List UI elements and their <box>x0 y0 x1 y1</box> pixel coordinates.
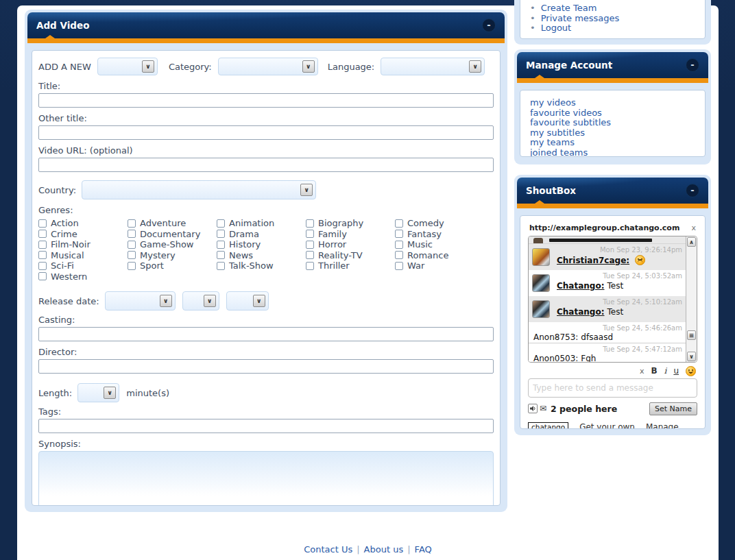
genre-checkbox[interactable] <box>395 262 403 270</box>
genre-checkbox[interactable] <box>395 230 403 238</box>
bold-button[interactable]: B <box>651 367 657 375</box>
genre-checkbox[interactable] <box>38 251 47 259</box>
manage-account-panel: Manage Account - my videosfavourite vide… <box>514 49 711 165</box>
footer-separator: | <box>352 544 363 555</box>
user-menu-link[interactable]: Create Team <box>541 3 597 13</box>
chat-brand-row: chatango Get your own Manage <box>528 421 697 429</box>
message-username[interactable]: Anon0503: <box>533 354 578 362</box>
title-input[interactable] <box>38 93 494 108</box>
length-select[interactable]: ∨ <box>77 383 119 402</box>
country-select[interactable]: ∨ <box>82 180 316 199</box>
casting-input[interactable] <box>38 327 494 341</box>
director-input[interactable] <box>38 359 494 374</box>
genre-checkbox[interactable] <box>395 241 403 249</box>
genre-option: Biography <box>306 218 395 229</box>
synopsis-textarea[interactable] <box>38 451 494 506</box>
genre-checkbox[interactable] <box>217 262 225 270</box>
scroll-down-button[interactable]: ∨ <box>687 352 696 361</box>
genre-checkbox[interactable] <box>306 230 314 238</box>
genre-option: Horror <box>306 239 395 250</box>
genre-checkbox[interactable] <box>128 262 136 270</box>
message-username[interactable]: Anon8753: <box>533 332 578 342</box>
manage-account-link[interactable]: my subtitles <box>530 128 695 138</box>
message-username[interactable]: Chatango: <box>557 307 604 317</box>
release-day-select[interactable]: ∨ <box>226 291 269 311</box>
chat-group-url: http://examplegroup.chatango.com <box>529 223 679 232</box>
underline-button[interactable]: u <box>673 367 679 375</box>
clear-format-button[interactable]: x <box>640 367 644 375</box>
manage-link[interactable]: Manage <box>646 422 679 429</box>
release-month-select[interactable]: ∨ <box>182 291 219 311</box>
message-username[interactable]: Christian7cage: <box>557 256 629 265</box>
get-your-own-link[interactable]: Get your own <box>579 422 635 429</box>
genre-checkbox[interactable] <box>38 230 47 238</box>
genre-checkbox[interactable] <box>395 251 403 259</box>
category-select[interactable]: ∨ <box>218 58 318 75</box>
chat-message-row: Tue Sep 24, 5:47:12am Anon0503:Fgh <box>529 343 686 362</box>
genre-checkbox[interactable] <box>128 241 136 249</box>
genre-option: Music <box>395 239 484 250</box>
genre-checkbox[interactable] <box>306 241 314 249</box>
message-line: Anon8753:dfsaasd <box>533 332 682 342</box>
genre-option: Talk-Show <box>217 260 306 271</box>
message-timestamp: Mon Sep 23, 9:26:14pm <box>600 246 682 254</box>
genre-checkbox[interactable] <box>306 251 314 259</box>
genre-checkbox[interactable] <box>38 241 47 249</box>
genre-checkbox[interactable] <box>395 219 403 228</box>
sound-icon[interactable] <box>528 404 538 413</box>
genre-label: Comedy <box>407 218 444 228</box>
genre-checkbox[interactable] <box>38 262 47 270</box>
genre-checkbox[interactable] <box>38 219 47 228</box>
manage-account-link[interactable]: favourite videos <box>530 108 695 119</box>
genre-label: Musical <box>51 250 84 260</box>
type-select[interactable]: ∨ <box>97 58 158 75</box>
genre-checkbox[interactable] <box>128 219 136 228</box>
genre-checkbox[interactable] <box>38 272 47 280</box>
tags-input[interactable] <box>38 419 494 433</box>
genre-checkbox[interactable] <box>217 251 225 259</box>
shoutbox-collapse-button[interactable]: - <box>686 184 699 197</box>
manage-account-link[interactable]: favourite subtitles <box>530 118 695 128</box>
user-menu-link[interactable]: Private messages <box>541 13 620 23</box>
chat-message-input[interactable] <box>528 378 697 398</box>
user-menu-panel: Create TeamPrivate messagesLogout <box>514 0 711 45</box>
genre-checkbox[interactable] <box>217 219 225 228</box>
manage-account-link[interactable]: joined teams <box>530 148 695 157</box>
scroll-thumb[interactable]: ≡ <box>687 330 696 340</box>
faq-link[interactable]: FAQ <box>415 544 432 555</box>
manage-account-link[interactable]: my videos <box>530 98 695 108</box>
about-us-link[interactable]: About us <box>364 544 404 555</box>
italic-button[interactable]: i <box>664 367 667 375</box>
scroll-up-button[interactable]: ∧ <box>687 237 696 247</box>
mail-icon[interactable]: ✉ <box>540 404 546 413</box>
message-username[interactable]: Chatango: <box>557 281 604 291</box>
genre-checkbox[interactable] <box>128 251 136 259</box>
genre-checkbox[interactable] <box>306 219 314 228</box>
genre-label: Reality-TV <box>318 250 363 260</box>
video-url-label: Video URL: (optional) <box>38 145 494 156</box>
genre-label: Fantasy <box>407 229 442 239</box>
smiley-emoji-button[interactable] <box>686 366 696 376</box>
set-name-button[interactable]: Set Name <box>649 402 697 415</box>
genre-checkbox[interactable] <box>217 241 225 249</box>
chatango-logo[interactable]: chatango <box>528 422 568 429</box>
genre-checkbox[interactable] <box>128 230 136 238</box>
release-date-label: Release date: <box>38 296 99 306</box>
chat-close-button[interactable]: x <box>691 223 696 232</box>
other-title-input[interactable] <box>38 125 494 140</box>
genre-label: News <box>229 250 253 260</box>
video-url-input[interactable] <box>38 158 494 172</box>
add-video-collapse-button[interactable]: - <box>482 19 496 32</box>
chat-scrollbar[interactable]: ∧ ≡ ∨ <box>686 236 697 362</box>
manage-account-link[interactable]: my teams <box>530 138 695 148</box>
language-select[interactable]: ∨ <box>381 58 485 75</box>
genre-checkbox[interactable] <box>306 262 314 270</box>
manage-account-collapse-button[interactable]: - <box>686 58 699 72</box>
chevron-down-icon: ∨ <box>204 295 216 307</box>
contact-us-link[interactable]: Contact Us <box>304 544 352 555</box>
user-menu-link[interactable]: Logout <box>541 23 572 33</box>
chevron-down-icon: ∨ <box>142 60 154 73</box>
genre-checkbox[interactable] <box>217 230 225 238</box>
chat-url-bar: http://examplegroup.chatango.com x <box>528 223 697 232</box>
release-year-select[interactable]: ∨ <box>105 291 176 311</box>
